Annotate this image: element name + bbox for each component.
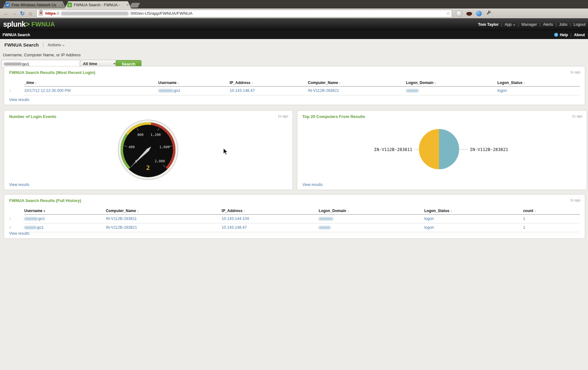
divider <box>556 22 557 27</box>
reload-button[interactable]: ↻ <box>18 10 26 17</box>
view-results-link[interactable]: View results <box>9 182 29 187</box>
pie-slice[interactable] <box>439 129 459 169</box>
forward-button[interactable]: → <box>10 10 18 17</box>
table-cell[interactable]: IN-V112B-283821 <box>308 87 406 95</box>
home-button[interactable]: ⌂ <box>26 10 35 17</box>
table-cell[interactable]: go1 <box>24 223 106 232</box>
column-header[interactable]: Logon_Domain↕ <box>406 80 497 87</box>
mask-extension-icon[interactable] <box>466 12 472 16</box>
column-header[interactable]: Username↕ <box>158 80 230 87</box>
table-cell[interactable] <box>319 215 424 223</box>
table-cell[interactable]: 10.143.148.47 <box>222 223 319 232</box>
login-events-gauge[interactable]: 04008001,2001,6002,0002 <box>117 119 179 181</box>
user-menu[interactable]: Tom Taylor <box>478 22 499 27</box>
table-cell[interactable]: 10.143.148.47 <box>230 87 308 95</box>
sort-icon[interactable]: ↕ <box>347 210 349 213</box>
nav-jobs[interactable]: Jobs <box>559 22 567 27</box>
browser-toolbar: ← → ↻ ⌂ https :// 000/en-US/app/FWNUA/FW… <box>0 8 588 19</box>
sort-icon[interactable]: ↕ <box>524 81 525 85</box>
sort-icon[interactable]: ↕ <box>252 81 253 85</box>
panel-title: FWNUA Search Results (Full History) <box>9 198 81 203</box>
browser-tab-active[interactable]: > FWNUA Search - FWNUA - × <box>65 1 131 8</box>
url-path: 000/en-US/app/FWNUA/FWNUA <box>130 11 192 16</box>
app-name: FWNUA <box>31 21 55 28</box>
tab-close-icon[interactable]: × <box>61 3 63 7</box>
column-header[interactable]: Computer_Name↕ <box>106 208 222 215</box>
tab-strip: sf Free Windows Network Us × > FWNUA Sea… <box>0 0 588 8</box>
url-host-redacted <box>61 12 129 15</box>
new-tab-button[interactable] <box>130 3 140 8</box>
svg-text:2,000: 2,000 <box>155 159 165 163</box>
divider <box>540 22 541 27</box>
view-results-link[interactable]: View results <box>9 231 29 236</box>
sort-icon[interactable]: ↕ <box>435 81 436 85</box>
column-header[interactable]: IP_Address↕ <box>222 208 319 215</box>
view-results-link[interactable]: View results <box>9 98 29 102</box>
back-button[interactable]: ← <box>2 10 10 17</box>
column-header[interactable]: Logon_Status↕ <box>424 208 523 215</box>
table-cell[interactable]: go1 <box>158 87 230 95</box>
sort-icon[interactable]: ↕ <box>35 81 37 85</box>
address-bar[interactable]: https :// 000/en-US/app/FWNUA/FWNUA ☆ <box>36 10 452 17</box>
table-cell[interactable]: IN-V112B-283821 <box>106 223 222 232</box>
about-link[interactable]: About <box>574 33 585 37</box>
pie-leader-line <box>415 149 419 149</box>
blue-globe-extension-icon[interactable] <box>476 11 482 16</box>
panel-top-computers: Top 20 Computers From Results 1s ago IN-… <box>297 110 587 190</box>
table-cell[interactable]: 1 <box>523 223 580 232</box>
globe-extension-icon[interactable] <box>456 10 462 17</box>
column-header[interactable]: Logon_Status↕ <box>497 80 580 87</box>
table-cell[interactable]: 10.143.144.104 <box>222 215 319 223</box>
redacted-input-value <box>4 63 22 65</box>
panel-age: 1s ago <box>570 70 580 74</box>
sort-icon[interactable]: ↕ <box>244 210 245 213</box>
input-visible-text: go1 <box>22 62 29 66</box>
top-computers-pie[interactable] <box>417 127 461 171</box>
nav-logout[interactable]: Logout <box>574 22 585 27</box>
splunk-favicon-icon: > <box>67 3 72 7</box>
column-header[interactable]: IP_Address↕ <box>230 80 308 87</box>
help-link[interactable]: Help <box>560 33 568 37</box>
column-header[interactable]: count↕ <box>523 208 580 215</box>
url-separator: :// <box>56 11 59 16</box>
panel-login-events: Number of Login Events 1s ago 04008001,2… <box>4 110 293 190</box>
table-cell[interactable] <box>319 223 424 232</box>
table-cell[interactable]: 1 <box>523 215 580 223</box>
table-cell[interactable]: logon <box>424 223 523 232</box>
sort-icon[interactable]: ↕ <box>451 210 452 213</box>
bookmark-star-icon[interactable]: ☆ <box>446 11 450 16</box>
column-header[interactable]: Logon_Domain↕ <box>319 208 424 215</box>
row-number: 1 <box>9 215 24 223</box>
sort-icon[interactable]: ↕ <box>137 210 139 213</box>
table-cell[interactable]: logon <box>424 215 523 223</box>
wrench-menu-icon[interactable] <box>486 10 492 17</box>
table-cell[interactable] <box>406 87 497 95</box>
sort-icon[interactable]: ↕ <box>535 210 536 213</box>
sort-icon[interactable]: ▾ <box>44 210 45 213</box>
tab-close-icon[interactable]: × <box>126 3 129 7</box>
table-cell[interactable]: 10/17/12 12:22:35.000 PM <box>24 87 158 95</box>
column-header[interactable]: Username▾ <box>24 208 106 215</box>
column-header[interactable]: _time↕ <box>24 80 158 87</box>
redacted-value <box>24 226 37 229</box>
table-cell[interactable]: go1 <box>24 215 106 223</box>
sort-icon[interactable]: ↕ <box>178 81 179 85</box>
panel-title: Number of Login Events <box>9 114 56 119</box>
table-cell[interactable]: IN-V112B-283811 <box>106 215 222 223</box>
splunk-logo: splunk> <box>3 20 30 29</box>
divider <box>42 42 44 48</box>
view-results-link[interactable]: View results <box>302 182 322 187</box>
search-field-label: Username, Computer Name, or IP Address <box>3 53 588 57</box>
panel-full-history: FWNUA Search Results (Full History) 1s a… <box>4 194 585 239</box>
nav-manager[interactable]: Manager <box>521 22 537 27</box>
browser-tab-inactive[interactable]: sf Free Windows Network Us × <box>3 1 66 8</box>
nav-app[interactable]: App <box>505 22 515 27</box>
sort-icon[interactable]: ↕ <box>339 81 341 85</box>
actions-menu[interactable]: Actions <box>48 42 65 47</box>
column-header[interactable]: Computer_Name↕ <box>308 80 406 87</box>
pie-slice[interactable] <box>419 129 439 169</box>
table-cell[interactable]: logon <box>497 87 580 95</box>
redacted-value <box>319 217 333 220</box>
nav-alerts[interactable]: Alerts <box>543 22 553 27</box>
table-row: 2go1IN-V112B-28382110.143.148.47logon1 <box>9 223 580 232</box>
